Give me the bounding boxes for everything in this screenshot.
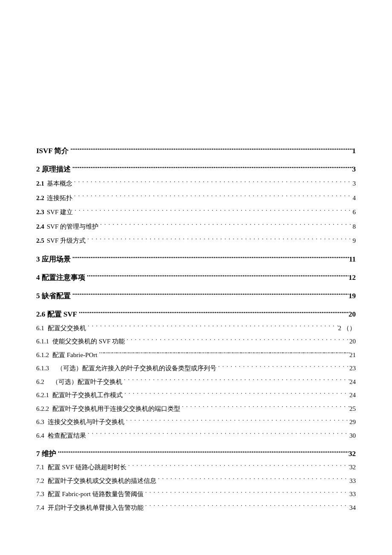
toc-leader-dots bbox=[88, 324, 338, 330]
toc-entry-title: 配置叶子交换机用于连接父交换机的端口类型 bbox=[52, 404, 180, 415]
toc-entry[interactable]: 7 维护32 bbox=[36, 448, 356, 459]
toc-entry-page: 20 bbox=[349, 308, 356, 320]
toc-entry-title: 2.6 配置 SVF bbox=[36, 308, 77, 320]
toc-entry[interactable]: 6.4检查配置结果30 bbox=[36, 430, 356, 442]
toc-entry-title: 配置叶子交换机工作模式 bbox=[52, 390, 123, 401]
toc-entry[interactable]: 7.4开启叶子交换机单臂接入告警功能34 bbox=[36, 503, 356, 514]
toc-entry-number: 6.1 bbox=[36, 323, 44, 334]
toc-entry[interactable]: 5 缺省配置19 bbox=[36, 290, 356, 302]
toc-entry-page: 32 bbox=[349, 462, 356, 473]
toc-entry-number: 6.2.1 bbox=[36, 390, 49, 401]
toc-leader-dots bbox=[124, 391, 349, 397]
toc-entry-page: 23 bbox=[349, 363, 356, 374]
toc-entry-number: 7.1 bbox=[36, 462, 44, 473]
toc-entry[interactable]: 7.3配置 Fabric-port 链路数量告警阈值33 bbox=[36, 489, 356, 500]
toc-entry-title: ISVF 简介 bbox=[36, 145, 69, 157]
toc-entry-number: 7.3 bbox=[36, 489, 44, 500]
toc-entry-number: 2.3 bbox=[36, 207, 44, 218]
toc-page: ISVF 简介12 原理描述32.1基本概念32.2连接拓扑42.3SVF 建立… bbox=[0, 0, 392, 555]
toc-leader-dots bbox=[79, 309, 349, 317]
toc-entry-number: 2.5 bbox=[36, 235, 44, 247]
toc-entry-title: （可选）配置叶子交换机 bbox=[52, 377, 122, 388]
toc-entry[interactable]: 6.1配置父交换机2（） bbox=[36, 323, 356, 334]
toc-entry-number: 2.2 bbox=[36, 193, 44, 204]
toc-entry-page: 33 bbox=[349, 489, 356, 500]
toc-entry-number: 6.1.1 bbox=[36, 336, 49, 347]
toc-entry-title: 检查配置结果 bbox=[48, 430, 86, 442]
toc-entry-page: 29 bbox=[349, 417, 356, 428]
toc-leader-dots: ........................................… bbox=[99, 351, 349, 357]
toc-entry-page: 34 bbox=[349, 503, 356, 514]
toc-entry-page: 30 bbox=[349, 430, 356, 442]
toc-entry-number: 2.1 bbox=[36, 178, 44, 189]
toc-entry[interactable]: 6.2.2配置叶子交换机用于连接父交换机的端口类型25 bbox=[36, 404, 356, 415]
toc-leader-dots bbox=[218, 364, 349, 370]
toc-leader-dots bbox=[74, 194, 353, 200]
toc-entry-page: 33 bbox=[349, 476, 356, 487]
toc-leader-dots bbox=[124, 378, 349, 384]
toc-entry-page: 19 bbox=[349, 290, 356, 302]
toc-entry[interactable]: 2.4SVF 的管理与维护8 bbox=[36, 221, 356, 232]
toc-entry-number: 7.4 bbox=[36, 503, 44, 514]
toc-entry[interactable]: 2 原理描述3 bbox=[36, 163, 356, 175]
toc-entry-title: 连接拓扑 bbox=[47, 193, 72, 204]
toc-entry[interactable]: 6.2（可选）配置叶子交换机24 bbox=[36, 377, 356, 388]
toc-entry-title: 配置 Fabric-port 链路数量告警阈值 bbox=[48, 489, 144, 500]
toc-leader-dots bbox=[72, 164, 352, 171]
toc-entry-page: 8 bbox=[353, 221, 356, 232]
toc-entry-number: 6.4 bbox=[36, 430, 44, 442]
toc-leader-dots bbox=[127, 337, 349, 343]
toc-entry-number: 2.4 bbox=[36, 221, 44, 232]
toc-entry[interactable]: 3 应用场景11 bbox=[36, 253, 356, 265]
toc-entry-page: 2 bbox=[338, 323, 342, 334]
toc-entry[interactable]: 4 配置注意事项12 bbox=[36, 272, 356, 283]
toc-entry-page: 3 bbox=[353, 178, 356, 189]
toc-entry[interactable]: ISVF 简介1 bbox=[36, 145, 356, 157]
toc-entry[interactable]: 7.1配置 SVF 链路心跳超时时长32 bbox=[36, 462, 356, 473]
toc-entry-page: 6 bbox=[353, 207, 356, 218]
toc-entry-title: SVF 升级方式 bbox=[47, 235, 86, 247]
toc-entry-page: 3 bbox=[352, 163, 356, 175]
toc-leader-dots bbox=[182, 404, 349, 411]
toc-entry-number: 6.1.3 bbox=[36, 363, 49, 374]
toc-leader-dots bbox=[74, 179, 353, 186]
toc-entry[interactable]: 6.1.2配置 Fabrie-POrt.....................… bbox=[36, 350, 356, 361]
toc-entry[interactable]: 6.1.1使能父交换机的 SVF 功能20 bbox=[36, 336, 356, 347]
toc-entry[interactable]: 6.2.1配置叶子交换机工作模式24 bbox=[36, 390, 356, 401]
toc-entry-title: 3 应用场景 bbox=[36, 253, 71, 265]
toc-entry-title: （可选）配置允许接入的叶子交换机的设备类型或序列号 bbox=[57, 363, 216, 374]
toc-entry-page: 1 bbox=[352, 145, 356, 157]
toc-entry-title: 2 原理描述 bbox=[36, 163, 71, 175]
toc-entry-number: 6.2 bbox=[36, 377, 44, 388]
table-of-contents: ISVF 简介12 原理描述32.1基本概念32.2连接拓扑42.3SVF 建立… bbox=[36, 145, 356, 513]
toc-entry-page: 20 bbox=[349, 336, 356, 347]
toc-entry[interactable]: 2.6 配置 SVF20 bbox=[36, 308, 356, 320]
toc-entry-title: 7 维护 bbox=[36, 448, 56, 459]
toc-entry[interactable]: 2.2连接拓扑4 bbox=[36, 193, 356, 204]
toc-leader-dots bbox=[158, 477, 349, 483]
toc-entry-page: 9 bbox=[353, 235, 356, 247]
toc-entry[interactable]: 7.2配置叶子交换机或父交换机的描述信息33 bbox=[36, 476, 356, 487]
toc-entry-title: 连接父交换机与叶子交换机 bbox=[48, 417, 124, 428]
toc-entry-title: 基本概念 bbox=[47, 178, 72, 189]
toc-entry-title: 开启叶子交换机单臂接入告警功能 bbox=[48, 503, 144, 514]
toc-leader-dots bbox=[87, 236, 352, 243]
toc-entry[interactable]: 6.3连接父交换机与叶子交换机29 bbox=[36, 417, 356, 428]
toc-entry-title: 配置 Fabrie-POrt bbox=[52, 350, 97, 361]
toc-entry[interactable]: 6.1.3（可选）配置允许接入的叶子交换机的设备类型或序列号23 bbox=[36, 363, 356, 374]
toc-entry-title: 5 缺省配置 bbox=[36, 290, 71, 302]
toc-entry-title: SVF 建立 bbox=[47, 207, 73, 218]
toc-entry-page: 24 bbox=[349, 390, 356, 401]
toc-entry-page: 24 bbox=[349, 377, 356, 388]
toc-entry-page: 11 bbox=[349, 253, 356, 265]
toc-entry-number: 6.1.2 bbox=[36, 350, 49, 361]
toc-entry[interactable]: 2.3SVF 建立6 bbox=[36, 207, 356, 218]
toc-entry-page: 4 bbox=[353, 193, 356, 204]
toc-entry-number: 6.3 bbox=[36, 417, 44, 428]
toc-entry-page: 21 bbox=[349, 350, 356, 361]
toc-leader-dots bbox=[88, 431, 349, 438]
toc-entry-suffix: （） bbox=[343, 323, 356, 334]
toc-entry-title: 配置 SVF 链路心跳超时时长 bbox=[48, 462, 127, 473]
toc-entry[interactable]: 2.1基本概念3 bbox=[36, 178, 356, 189]
toc-entry[interactable]: 2.5SVF 升级方式9 bbox=[36, 235, 356, 247]
